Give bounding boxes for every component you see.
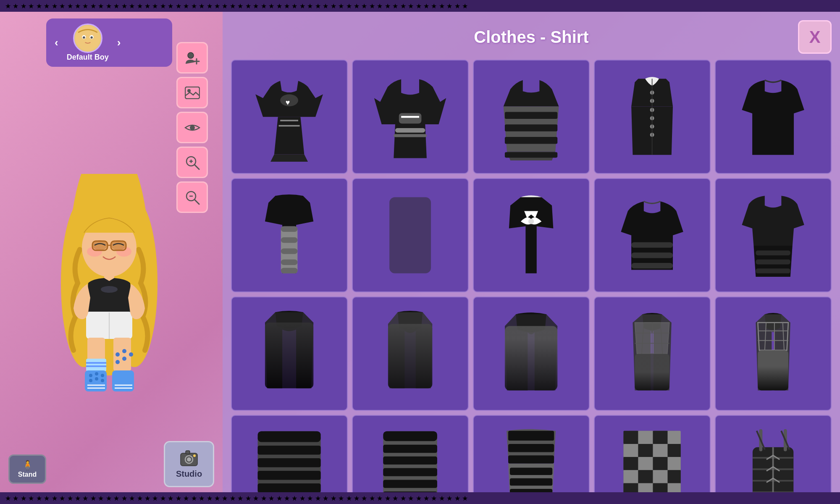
svg-rect-130 (638, 431, 653, 444)
clothes-item-11[interactable] (231, 297, 348, 411)
svg-point-83 (528, 218, 534, 224)
close-button[interactable]: X (798, 20, 832, 54)
add-person-button[interactable] (176, 42, 208, 74)
clothes-item-10[interactable] (715, 178, 832, 292)
svg-rect-86 (632, 263, 673, 268)
svg-point-27 (101, 374, 104, 377)
clothes-item-17[interactable] (352, 415, 469, 504)
svg-rect-131 (653, 431, 668, 444)
star-decoration-bottom: ★ ★ ★ ★ ★ ★ ★ ★ ★ ★ ★ ★ ★ ★ ★ ★ ★ ★ ★ ★ … (5, 494, 468, 502)
svg-rect-116 (383, 457, 438, 465)
svg-rect-82 (390, 197, 431, 273)
svg-point-37 (129, 352, 133, 357)
svg-point-57 (187, 457, 191, 462)
gacha-character (50, 174, 168, 392)
svg-rect-90 (265, 323, 313, 388)
next-character-button[interactable]: › (117, 36, 121, 49)
svg-point-25 (89, 374, 92, 377)
svg-rect-137 (624, 457, 638, 470)
svg-rect-114 (383, 431, 438, 441)
svg-line-54 (194, 200, 199, 204)
svg-line-51 (194, 165, 199, 169)
svg-rect-108 (258, 458, 321, 467)
svg-rect-88 (756, 260, 790, 265)
svg-rect-138 (638, 457, 653, 470)
clothes-item-14[interactable] (594, 297, 711, 411)
svg-rect-117 (383, 468, 438, 476)
svg-rect-65 (505, 112, 557, 118)
svg-point-59 (193, 454, 196, 457)
clothes-item-6[interactable] (231, 178, 348, 292)
clothes-item-2[interactable] (352, 60, 469, 174)
svg-rect-92 (505, 326, 557, 390)
svg-rect-84 (632, 242, 673, 247)
svg-rect-124 (510, 468, 552, 475)
stand-button[interactable]: 🧍 Stand (8, 454, 46, 484)
svg-rect-141 (624, 470, 638, 483)
svg-rect-139 (653, 457, 668, 470)
svg-point-3 (83, 36, 85, 38)
svg-rect-45 (185, 87, 200, 99)
clothes-item-3[interactable] (473, 60, 590, 174)
zoom-out-button[interactable] (176, 181, 208, 213)
prev-character-button[interactable]: ‹ (55, 36, 58, 49)
svg-rect-66 (505, 124, 557, 131)
svg-point-39 (122, 357, 126, 361)
clothes-item-9[interactable] (594, 178, 711, 292)
character-name: Default Boy (67, 53, 109, 62)
svg-rect-118 (383, 480, 438, 488)
svg-rect-132 (668, 431, 681, 444)
image-button[interactable] (176, 77, 208, 108)
svg-point-46 (187, 89, 191, 92)
svg-rect-87 (756, 250, 790, 255)
zoom-in-button[interactable] (176, 147, 208, 178)
studio-label: Studio (176, 469, 202, 479)
svg-rect-107 (258, 446, 321, 454)
svg-point-26 (95, 372, 98, 375)
svg-rect-115 (383, 445, 438, 453)
clothes-item-7[interactable] (352, 178, 469, 292)
svg-rect-98 (635, 354, 669, 390)
clothes-item-4[interactable] (594, 60, 711, 174)
character-display (50, 74, 168, 492)
clothes-item-19[interactable] (594, 415, 711, 504)
svg-point-36 (122, 349, 126, 353)
svg-point-17 (101, 286, 118, 293)
svg-point-47 (190, 125, 195, 130)
svg-rect-110 (258, 483, 321, 492)
clothes-grid: ♥ (231, 60, 832, 504)
svg-rect-67 (505, 137, 557, 144)
clothes-item-8[interactable] (473, 178, 590, 292)
svg-rect-133 (624, 444, 638, 457)
svg-rect-122 (508, 444, 554, 452)
studio-button[interactable]: Studio (164, 441, 214, 487)
clothes-item-18[interactable] (473, 415, 590, 504)
top-border: ★ ★ ★ ★ ★ ★ ★ ★ ★ ★ ★ ★ ★ ★ ★ ★ ★ ★ ★ ★ … (0, 0, 840, 12)
clothes-item-16[interactable] (231, 415, 348, 504)
svg-rect-109 (258, 471, 321, 480)
svg-rect-104 (758, 350, 789, 390)
svg-text:♥: ♥ (286, 98, 290, 106)
svg-rect-129 (624, 431, 638, 444)
svg-rect-134 (638, 444, 653, 457)
eye-button[interactable] (176, 112, 208, 143)
svg-rect-89 (756, 268, 790, 273)
svg-rect-58 (186, 451, 190, 454)
clothes-item-20[interactable] (715, 415, 832, 504)
svg-rect-135 (653, 444, 668, 457)
svg-rect-121 (508, 431, 554, 441)
svg-rect-91 (388, 324, 433, 388)
svg-rect-64 (399, 113, 422, 123)
svg-rect-123 (508, 456, 554, 464)
svg-rect-63 (394, 134, 427, 137)
clothes-item-12[interactable] (352, 297, 469, 411)
clothes-item-13[interactable] (473, 297, 590, 411)
clothes-item-5[interactable] (715, 60, 832, 174)
svg-rect-125 (510, 478, 552, 486)
svg-rect-21 (86, 359, 106, 371)
svg-rect-142 (638, 470, 653, 483)
svg-point-29 (95, 377, 98, 381)
svg-rect-143 (653, 470, 668, 483)
clothes-item-15[interactable] (715, 297, 832, 411)
clothes-item-1[interactable]: ♥ (231, 60, 348, 174)
